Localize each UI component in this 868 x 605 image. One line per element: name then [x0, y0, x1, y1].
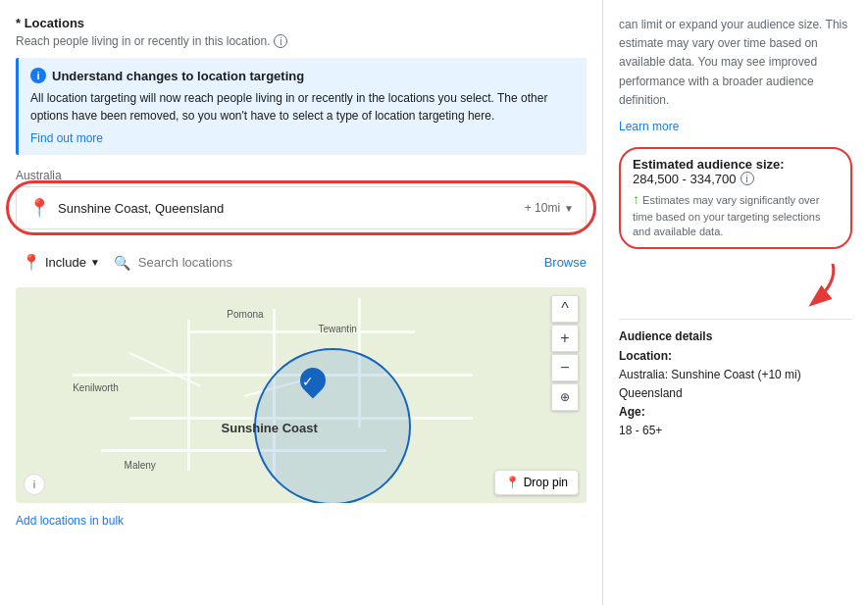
info-box: i Understand changes to location targeti…: [16, 58, 587, 155]
location-group-label: Australia: [16, 169, 587, 182]
include-button[interactable]: 📍 Include ▼: [16, 249, 106, 276]
location-label: Location: Australia: Sunshine Coast (+10…: [619, 347, 852, 404]
location-item-container: 📍 Sunshine Coast, Queensland + 10mi ▼: [16, 186, 587, 229]
audience-size-label: Estimated audience size:: [633, 157, 839, 172]
pin-icon: 📍: [505, 476, 520, 489]
info-blue-icon: i: [30, 68, 46, 83]
subtitle: Reach people living in or recently in th…: [16, 34, 587, 48]
radius-circle: [254, 348, 411, 503]
radius-badge: + 10mi ▼: [525, 201, 574, 215]
audience-details: Audience details Location: Australia: Su…: [619, 328, 852, 440]
audience-size-box: Estimated audience size: 284,500 - 334,7…: [619, 147, 852, 249]
map-controls: ^ + − ⊕: [551, 295, 579, 411]
map-info-button[interactable]: i: [24, 474, 45, 495]
chevron-down-icon[interactable]: ▼: [564, 203, 574, 214]
right-intro-text: can limit or expand your audience size. …: [619, 16, 852, 110]
browse-link[interactable]: Browse: [544, 255, 587, 270]
map-background: Pomona Tewantin Kenilworth Sunshine Coas…: [16, 287, 587, 503]
map-zoom-out-button[interactable]: −: [551, 354, 579, 381]
section-title: * Locations: [16, 16, 587, 30]
controls-bar: 📍 Include ▼ 🔍 Browse: [16, 241, 587, 283]
audience-size-value: 284,500 - 334,700 i: [633, 172, 839, 186]
info-box-text: All location targeting will now reach pe…: [30, 89, 575, 125]
map-label-kenilworth: Kenilworth: [73, 382, 119, 393]
drop-pin-button[interactable]: 📍 Drop pin: [494, 470, 579, 495]
search-icon: 🔍: [114, 255, 130, 271]
map-container: Pomona Tewantin Kenilworth Sunshine Coas…: [16, 287, 587, 503]
left-panel: * Locations Reach people living in or re…: [0, 0, 603, 605]
right-panel: can limit or expand your audience size. …: [603, 0, 868, 605]
map-location-button[interactable]: ⊕: [551, 383, 579, 411]
green-pin-icon: 📍: [28, 197, 50, 219]
location-name: Sunshine Coast, Queensland: [58, 201, 517, 216]
audience-details-label: Audience details: [619, 328, 852, 346]
divider: [619, 319, 852, 320]
include-dropdown-icon[interactable]: ▼: [90, 257, 100, 268]
arrow-annotation: [619, 259, 842, 311]
map-zoom-in-button[interactable]: +: [551, 325, 579, 352]
add-locations-bulk-link[interactable]: Add locations in bulk: [16, 514, 124, 528]
red-arrow-svg: [784, 259, 842, 308]
location-item: 📍 Sunshine Coast, Queensland + 10mi ▼: [17, 187, 586, 228]
map-label-pomona: Pomona: [227, 309, 263, 320]
search-input[interactable]: [138, 255, 536, 270]
audience-note: ↑ Estimates may vary significantly over …: [633, 190, 839, 239]
subtitle-info-icon[interactable]: i: [274, 34, 287, 48]
audience-info-icon[interactable]: i: [740, 172, 754, 185]
info-box-title: i Understand changes to location targeti…: [30, 68, 575, 83]
find-out-more-link[interactable]: Find out more: [30, 131, 103, 145]
age-label: Age: 18 - 65+: [619, 403, 852, 440]
map-up-button[interactable]: ^: [551, 295, 579, 323]
learn-more-link[interactable]: Learn more: [619, 120, 852, 133]
include-pin-icon: 📍: [22, 253, 41, 272]
map-label-maleny: Maleny: [125, 460, 156, 471]
